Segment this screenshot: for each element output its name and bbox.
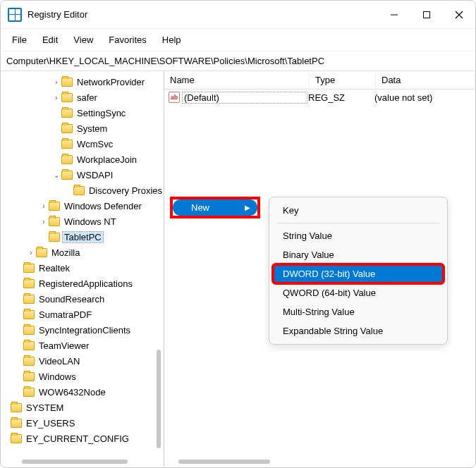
list-row[interactable]: ab (Default) REG_SZ (value not set) <box>164 90 475 105</box>
tree-item[interactable]: TabletPC <box>1 229 164 245</box>
submenu-dword[interactable]: DWORD (32-bit) Value <box>273 264 444 283</box>
tree-item[interactable]: SYSTEM <box>1 400 164 415</box>
folder-icon <box>23 326 35 335</box>
titlebar: Registry Editor <box>1 1 475 29</box>
submenu-qword[interactable]: QWORD (64-bit) Value <box>273 283 444 302</box>
menu-edit[interactable]: Edit <box>35 32 65 48</box>
folder-icon <box>61 155 73 164</box>
tree-label: EY_CURRENT_CONFIG <box>25 433 130 444</box>
tree-label: WcmSvc <box>75 139 114 149</box>
submenu-key[interactable]: Key <box>273 201 444 220</box>
chevron-right-icon[interactable]: › <box>51 94 61 101</box>
tree-item[interactable]: ›NetworkProvider <box>1 74 164 90</box>
tree-item[interactable]: WorkplaceJoin <box>1 152 164 167</box>
col-name[interactable]: Name <box>164 72 310 88</box>
address-bar[interactable]: Computer\HKEY_LOCAL_MACHINE\SOFTWARE\Pol… <box>1 51 475 71</box>
folder-icon <box>61 124 73 133</box>
tree-item[interactable]: SettingSync <box>1 105 164 121</box>
chevron-right-icon[interactable]: › <box>51 78 61 86</box>
menubar: File Edit View Favorites Help <box>1 29 475 51</box>
submenu-binary[interactable]: Binary Value <box>273 245 444 264</box>
tree-item[interactable]: Windows <box>1 369 164 384</box>
folder-icon <box>23 295 35 304</box>
new-submenu: Key String Value Binary Value DWORD (32-… <box>269 197 448 345</box>
minimize-button[interactable] <box>378 1 410 29</box>
menu-view[interactable]: View <box>66 32 100 48</box>
tree-item[interactable]: Realtek <box>1 260 164 276</box>
menu-file[interactable]: File <box>5 32 34 48</box>
tree-label: EY_USERS <box>25 418 76 429</box>
folder-icon <box>61 140 73 149</box>
tree-item[interactable]: VideoLAN <box>1 353 164 369</box>
tree-item[interactable]: System <box>1 121 164 136</box>
tree-label: NetworkProvider <box>75 77 146 87</box>
folder-icon <box>23 341 35 350</box>
svg-rect-1 <box>424 11 430 18</box>
submenu-multi[interactable]: Multi-String Value <box>273 302 444 321</box>
value-data: (value not set) <box>373 92 475 103</box>
chevron-right-icon: ▶ <box>245 204 250 211</box>
window-buttons <box>378 1 475 29</box>
chevron-right-icon[interactable]: › <box>39 202 49 210</box>
tree-label: VideoLAN <box>37 356 81 367</box>
chevron-right-icon[interactable]: › <box>39 218 49 226</box>
tree-item[interactable]: SoundResearch <box>1 291 164 307</box>
folder-icon <box>23 388 35 397</box>
col-type[interactable]: Type <box>310 72 376 88</box>
folder-icon <box>49 233 60 242</box>
tree-label: WSDAPI <box>75 170 114 180</box>
window-title: Registry Editor <box>28 9 378 20</box>
list-header: Name Type Data <box>164 71 475 90</box>
menu-help[interactable]: Help <box>155 32 188 48</box>
list-hscrollbar[interactable] <box>178 460 270 464</box>
tree-item[interactable]: WOW6432Node <box>1 384 164 400</box>
tree-label: System <box>75 123 109 134</box>
context-new[interactable]: New ▶ <box>173 199 257 216</box>
tree-item[interactable]: ›Mozilla <box>1 245 164 260</box>
chevron-right-icon[interactable]: › <box>26 249 36 257</box>
tree-label: safer <box>75 92 99 103</box>
tree-item[interactable]: SyncIntegrationClients <box>1 322 164 338</box>
tree-label: SyncIntegrationClients <box>37 325 132 335</box>
folder-icon <box>73 186 85 195</box>
tree-item[interactable]: ›Windows Defender <box>1 198 164 214</box>
tree-hscrollbar[interactable] <box>22 460 128 464</box>
tree-item[interactable]: TeamViewer <box>1 338 164 353</box>
close-button[interactable] <box>443 1 475 29</box>
main-area: ›NetworkProvider›saferSettingSyncSystemW… <box>1 71 475 467</box>
tree-item[interactable]: SumatraPDF <box>1 307 164 322</box>
tree-label: SettingSync <box>75 108 127 118</box>
chevron-down-icon[interactable]: ⌄ <box>51 171 61 179</box>
folder-icon <box>61 78 73 87</box>
folder-icon <box>11 403 22 412</box>
folder-icon <box>61 171 73 180</box>
maximize-button[interactable] <box>410 1 443 29</box>
tree-item[interactable]: EY_USERS <box>1 415 164 431</box>
tree-label: TabletPC <box>63 232 103 242</box>
tree-item[interactable]: WcmSvc <box>1 136 164 152</box>
folder-icon <box>61 109 73 118</box>
folder-icon <box>11 434 22 443</box>
tree-item[interactable]: EY_CURRENT_CONFIG <box>1 431 164 446</box>
tree-item[interactable]: RegisteredApplications <box>1 276 164 291</box>
tree-label: SumatraPDF <box>37 309 93 320</box>
tree-label: WOW6432Node <box>37 387 107 398</box>
tree-item[interactable]: ⌄WSDAPI <box>1 167 164 183</box>
tree-item[interactable]: Discovery Proxies <box>1 183 164 198</box>
menu-favorites[interactable]: Favorites <box>102 32 153 48</box>
list-pane[interactable]: Name Type Data ab (Default) REG_SZ (valu… <box>164 71 475 467</box>
string-value-icon: ab <box>169 92 180 103</box>
tree-label: TeamViewer <box>37 340 90 351</box>
folder-icon <box>36 248 47 257</box>
submenu-string[interactable]: String Value <box>273 226 444 245</box>
submenu-expand[interactable]: Expandable String Value <box>273 321 444 340</box>
folder-icon <box>23 357 35 366</box>
tree-item[interactable]: ›Windows NT <box>1 214 164 229</box>
tree-scrollbar[interactable] <box>157 350 161 448</box>
col-data[interactable]: Data <box>376 72 475 88</box>
folder-icon <box>23 372 35 381</box>
tree-item[interactable]: ›safer <box>1 90 164 105</box>
value-name[interactable]: (Default) <box>183 92 307 103</box>
tree-label: Mozilla <box>50 247 81 258</box>
tree-pane[interactable]: ›NetworkProvider›saferSettingSyncSystemW… <box>1 71 164 467</box>
